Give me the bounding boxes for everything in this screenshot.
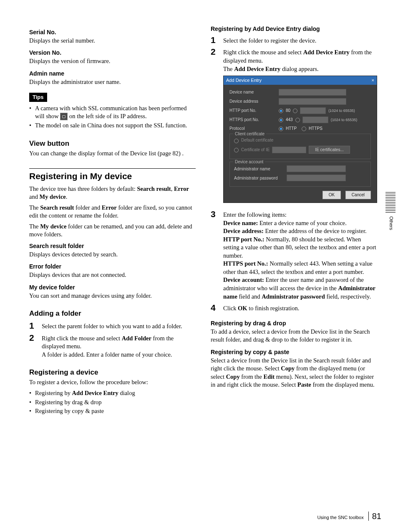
field-device-address-input[interactable] [279,98,346,105]
http-port-custom-radio[interactable] [293,109,297,113]
reg-add-dialog-heading: Registering by Add Device Entry dialog [211,25,377,33]
footer-text: Using the SNC toolbox [317,515,363,520]
ie-cert-radio[interactable] [234,148,239,152]
view-button-body: You can change the display format of the… [29,149,196,158]
adding-folder-heading: Adding a folder [29,309,196,319]
right-column: Registering by Add Device Entry dialog 1… [211,25,377,419]
add-folder-step-1: 1 Select the parent folder to which you … [29,321,196,331]
dialog-titlebar: Add Device Entry × [224,76,377,85]
reg-copypaste-heading: Registering by copy & paste [211,348,377,356]
reg-dragdrop-heading: Registering by drag & drop [211,319,377,327]
reg-add-step-1: 1 Select the folder to register the devi… [211,35,377,45]
reg-my-device-p1: The device tree has three folders by def… [29,185,196,201]
reg-device-intro: To register a device, follow the procedu… [29,378,196,387]
device-account-group: Device account Administrator name Admini… [229,162,371,187]
registering-device-heading: Registering a device [29,368,196,377]
tips-badge: Tips [29,93,47,102]
serial-no-body: Displays the serial number. [29,37,196,45]
https-port-default-radio[interactable] [279,118,283,122]
page-footer: Using the SNC toolbox 81 [317,511,381,522]
tips-list: A camera with which SSL communication ha… [29,104,196,130]
my-device-folder-body: You can sort and manage devices using an… [29,292,196,300]
admin-name-input[interactable] [287,165,346,172]
reg-my-device-p3: The My device folder can be renamed, and… [29,223,196,239]
side-lines-icon [385,192,395,214]
tips-item-ssl-icon: A camera with which SSL communication ha… [29,104,196,121]
cancel-button[interactable]: Cancel [345,191,371,199]
reg-add-step-3: 3 Enter the following items: Device name… [211,210,377,301]
method-add-entry: Registering by Add Device Entry dialog [29,389,196,398]
version-no-term: Version No. [29,49,196,57]
field-device-name-input[interactable] [279,89,346,96]
add-folder-step-2: 2 Right click the mouse and select Add F… [29,333,196,359]
version-no-body: Displays the version of firmware. [29,57,196,66]
side-tab: Others [385,192,395,230]
admin-name-body: Displays the administrator user name. [29,78,196,86]
add-device-entry-dialog: Add Device Entry × Device name Device ad… [223,76,377,203]
side-label: Others [388,216,394,230]
reg-device-methods: Registering by Add Device Entry dialog R… [29,389,196,415]
ssl-lock-icon [60,113,68,120]
close-icon[interactable]: × [372,77,374,84]
reg-copypaste-body: Select a device from the Device list in … [211,357,377,389]
field-https-port-label: HTTPS port No. [229,117,276,123]
reg-add-step-4: 4 Click OK to finish registration. [211,303,377,313]
left-column: Serial No. Displays the serial number. V… [29,25,196,419]
reg-my-device-p2: The Search result folder and Error folde… [29,204,196,220]
reg-dragdrop-body: To add a device, select a device from th… [211,328,377,344]
error-folder-term: Error folder [29,263,196,271]
ie-cert-input[interactable] [272,147,306,153]
protocol-http-radio[interactable] [279,127,283,131]
serial-no-term: Serial No. [29,28,196,36]
page-number: 81 [368,512,381,521]
admin-name-label: Administrator name [234,166,284,172]
search-folder-term: Search result folder [29,242,196,250]
ie-certificates-button[interactable]: IE certificates... [309,146,350,154]
http-port-custom-input[interactable] [300,107,326,114]
https-port-range: (1024 to 65535) [331,117,358,122]
search-folder-body: Displays devices detected by search. [29,251,196,259]
protocol-https-radio[interactable] [302,127,306,131]
field-http-port-label: HTTP port No. [229,108,276,114]
reg-add-step-2: 2 Right click the mouse and select Add D… [211,47,377,207]
default-cert-radio[interactable] [234,139,239,143]
https-port-custom-input[interactable] [302,117,328,123]
method-drag-drop: Registering by drag & drop [29,398,196,407]
tips-item-china: The model on sale in China does not supp… [29,122,196,130]
admin-pw-input[interactable] [287,175,346,181]
view-button-heading: View button [29,139,196,149]
admin-name-term: Admin name [29,70,196,78]
client-cert-group: Client certificate Default certificate C… [229,134,371,159]
field-device-name-label: Device name [229,89,276,95]
https-port-custom-radio[interactable] [295,118,300,122]
ok-button[interactable]: OK [322,191,341,199]
registering-my-device-heading: Registering in My device [29,168,196,182]
admin-pw-label: Administrator password [234,175,284,181]
field-device-address-label: Device address [229,99,276,104]
http-port-default-radio[interactable] [279,109,283,113]
http-port-range: (1024 to 65535) [328,108,355,113]
field-protocol-label: Protocol [229,126,276,132]
method-copy-paste: Registering by copy & paste [29,407,196,415]
dialog-title: Add Device Entry [226,77,262,84]
my-device-folder-term: My device folder [29,284,196,291]
error-folder-body: Displays devices that are not connected. [29,271,196,279]
